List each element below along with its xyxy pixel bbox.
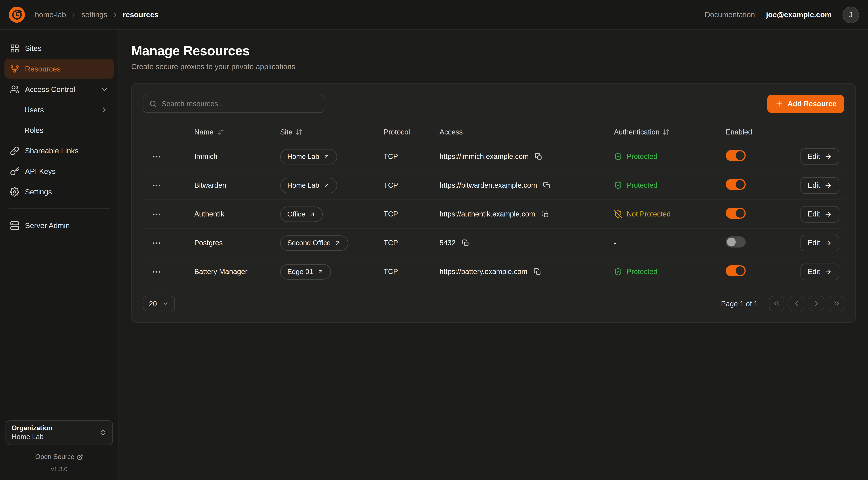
plus-icon [775,100,783,108]
edit-button[interactable]: Edit [801,235,839,251]
edit-label: Edit [808,181,820,189]
arrow-right-icon [825,268,832,275]
resource-access: 5432 [439,239,456,247]
resource-access: https://authentik.example.com [439,210,535,218]
authentication-status: Protected [614,152,726,160]
link-icon [10,146,19,155]
sidebar-item-server-admin[interactable]: Server Admin [4,215,114,235]
copy-icon [541,210,549,218]
authentication-label: Not Protected [627,210,671,218]
authentication-label: Protected [627,181,657,189]
open-source-link[interactable]: Open Source [6,453,113,461]
copy-button[interactable] [461,238,470,248]
copy-button[interactable] [532,267,542,276]
site-name: Home Lab [287,181,319,189]
resource-access: https://bitwarden.example.com [439,181,537,189]
organization-text: Organization Home Lab [11,423,52,442]
row-menu-button[interactable] [152,237,166,249]
chevron-down-icon [100,85,108,93]
chevron-down-icon [162,300,169,307]
sidebar-item-api-keys[interactable]: API Keys [4,161,114,181]
copy-button[interactable] [540,209,550,219]
organization-value: Home Lab [11,432,52,442]
site-link[interactable]: Second Office [280,235,348,251]
sort-icon [217,128,224,136]
copy-button[interactable] [542,180,552,190]
resource-protocol: TCP [383,181,439,189]
edit-button[interactable]: Edit [801,177,839,193]
site-link[interactable]: Home Lab [280,149,337,164]
edit-button[interactable]: Edit [801,263,839,280]
site-name: Edge 01 [287,268,313,275]
edit-button[interactable]: Edit [801,148,839,165]
breadcrumb-settings[interactable]: settings [82,10,107,19]
sidebar-item-shareable-links[interactable]: Shareable Links [4,141,114,160]
page-size-value: 20 [149,299,157,308]
sort-site-header[interactable]: Site [280,128,303,136]
site-link[interactable]: Edge 01 [280,264,331,279]
sort-name-header[interactable]: Name [194,128,224,136]
edit-button[interactable]: Edit [801,206,839,222]
arrow-up-right-icon [335,239,341,246]
site-name: Home Lab [287,153,319,160]
sidebar-item-resources[interactable]: Resources [4,59,114,79]
app-logo-icon[interactable] [9,7,25,23]
row-menu-button[interactable] [152,179,166,191]
site-link[interactable]: Home Lab [280,178,337,193]
user-menu-button[interactable]: joe@example.com [766,10,832,19]
row-menu-button[interactable] [152,266,166,278]
sidebar-item-settings[interactable]: Settings [4,182,114,202]
add-resource-button[interactable]: Add Resource [767,95,844,113]
users-icon [10,85,19,94]
search-input[interactable] [162,100,318,108]
chevron-left-icon [793,300,801,307]
row-menu-button[interactable] [152,208,166,220]
enabled-toggle[interactable] [726,236,746,247]
page-info: Page 1 of 1 [721,299,758,308]
organization-selector[interactable]: Organization Home Lab [6,420,113,445]
page-size-select[interactable]: 20 [143,296,175,311]
shield-off-icon [614,210,622,218]
sidebar-item-label: Settings [25,187,52,196]
sidebar-nav: Sites Resources Access Control [0,38,119,236]
column-header-authentication: Authentication [614,128,659,136]
avatar-initial: J [849,11,852,19]
chevrons-left-icon [773,300,781,307]
last-page-button[interactable] [829,296,844,311]
enabled-toggle[interactable] [726,179,746,190]
authentication-status: Protected [614,181,726,189]
edit-label: Edit [808,152,820,160]
next-page-button[interactable] [809,296,825,311]
sidebar-item-label: Access Control [25,85,75,93]
first-page-button[interactable] [769,296,784,311]
sort-icon [663,128,670,136]
arrow-right-icon [825,181,832,189]
authentication-label: Protected [627,152,657,160]
site-link[interactable]: Office [280,206,323,222]
sidebar-item-access-control[interactable]: Access Control [4,79,114,99]
breadcrumb-resources[interactable]: resources [123,10,158,19]
enabled-toggle[interactable] [726,150,746,161]
chevrons-right-icon [833,300,840,307]
sidebar-item-label: API Keys [25,167,56,175]
enabled-toggle[interactable] [726,265,746,276]
sidebar-item-sites[interactable]: Sites [4,38,114,58]
avatar[interactable]: J [842,6,859,23]
sort-authentication-header[interactable]: Authentication [614,128,670,136]
copy-button[interactable] [534,151,544,161]
breadcrumb-home-lab[interactable]: home-lab [35,10,66,19]
previous-page-button[interactable] [789,296,805,311]
sidebar-item-roles[interactable]: Roles [4,120,114,140]
search-box [143,95,324,113]
documentation-link[interactable]: Documentation [705,10,755,19]
enabled-toggle[interactable] [726,208,746,219]
row-menu-button[interactable] [152,150,166,162]
site-name: Second Office [287,239,331,247]
sidebar-item-label: Resources [25,64,61,73]
sidebar-item-users[interactable]: Users [4,100,114,120]
authentication-status: - [614,239,726,247]
table-row: Immich Home Lab TCP https://immich.examp… [143,142,844,171]
copy-icon [543,181,551,189]
table-row: Bitwarden Home Lab TCP https://bitwarden… [143,171,844,199]
chevron-right-icon [70,11,77,18]
